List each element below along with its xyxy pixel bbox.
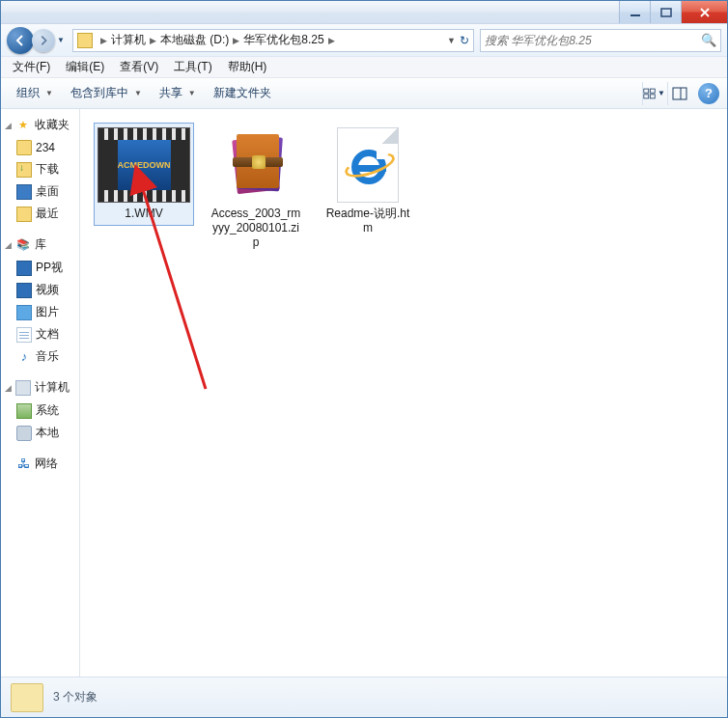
nav-item-ppvideo[interactable]: PP视 [1,257,79,279]
breadcrumb-item[interactable]: 本地磁盘 (D:) [160,32,229,48]
back-button[interactable] [7,27,34,54]
nav-item-desktop[interactable]: 桌面 [1,180,79,203]
zip-thumbnail [210,127,302,203]
music-icon: ♪ [16,349,32,365]
nav-button-group: ▼ [7,27,67,54]
nav-item-videos[interactable]: 视频 [1,279,79,301]
breadcrumb-item[interactable]: 华军优化包8.25 [243,32,323,48]
nav-item-pictures[interactable]: 图片 [1,301,79,323]
svg-rect-2 [644,89,649,93]
video-icon [16,283,32,298]
chevron-down-icon: ▼ [447,36,456,45]
nav-label: 库 [35,236,46,253]
nav-item-local-drive[interactable]: 本地 [1,422,79,444]
help-icon: ? [705,86,713,100]
nav-group-libraries: ◢ 📚 库 PP视 视频 图片 文档 ♪音乐 [1,229,79,372]
file-item-video[interactable]: ACMEDOWN 1.WMV [94,123,194,226]
nav-label: 桌面 [36,183,59,200]
nav-header-favorites[interactable]: ◢ ★ 收藏夹 [1,113,79,137]
breadcrumb-sep-icon: ▶ [328,36,335,45]
include-in-library-button[interactable]: 包含到库中 ▼ [63,81,150,105]
nav-group-network: ◢ 🖧 网络 [1,448,79,480]
menu-help[interactable]: 帮助(H) [222,57,273,77]
nav-label: 计算机 [35,379,70,396]
pictures-icon [16,305,32,320]
menu-tools[interactable]: 工具(T) [168,57,217,77]
view-options-button[interactable]: ▼ [642,82,665,105]
status-text: 3 个对象 [53,689,98,705]
archive-icon [225,130,287,200]
nav-label: 网络 [35,456,58,472]
nav-item-recent[interactable]: 最近 [1,203,79,225]
preview-pane-button[interactable] [667,82,690,105]
file-item-zip[interactable]: Access_2003_rmyyy_20080101.zip [206,123,306,255]
file-item-htm[interactable]: Readme-说明.htm [318,123,418,240]
menu-bar: 文件(F) 编辑(E) 查看(V) 工具(T) 帮助(H) [1,57,727,78]
nav-item-downloads[interactable]: 下载 [1,158,79,180]
nav-label: PP视 [36,260,63,276]
ie-document-icon [337,127,399,203]
nav-label: 文档 [36,326,59,343]
forward-arrow-icon [38,35,49,46]
minimize-button[interactable] [619,1,650,23]
nav-label: 本地 [36,425,59,441]
svg-rect-4 [644,94,649,97]
nav-item-documents[interactable]: 文档 [1,323,79,345]
nav-header-network[interactable]: ◢ 🖧 网络 [1,452,79,476]
nav-label: 音乐 [36,348,59,365]
chevron-down-icon: ▼ [658,89,665,97]
nav-label: 图片 [36,304,59,320]
search-box[interactable]: 🔍 [480,29,721,52]
breadcrumb-bar[interactable]: ▶ 计算机 ▶ 本地磁盘 (D:) ▶ 华军优化包8.25 ▶ ▼ ↻ [72,29,474,52]
minimize-icon [630,8,641,17]
explorer-window: ▼ ▶ 计算机 ▶ 本地磁盘 (D:) ▶ 华军优化包8.25 ▶ ▼ ↻ 🔍 … [0,0,728,718]
svg-rect-0 [630,14,640,16]
forward-button[interactable] [32,29,55,52]
recent-icon [16,207,32,222]
computer-icon [15,380,31,396]
breadcrumb-item[interactable]: 计算机 [111,32,146,48]
new-folder-button[interactable]: 新建文件夹 [206,81,279,105]
menu-file[interactable]: 文件(F) [7,57,56,77]
back-arrow-icon [14,34,27,47]
folder-icon [11,683,43,712]
star-icon: ★ [15,118,31,133]
menu-edit[interactable]: 编辑(E) [60,57,110,77]
organize-button[interactable]: 组织 ▼ [9,81,61,105]
views-icon [643,87,656,100]
refresh-icon[interactable]: ↻ [460,34,469,47]
maximize-button[interactable] [650,1,681,23]
close-button[interactable] [681,1,727,23]
network-icon: 🖧 [15,456,31,472]
nav-header-computer[interactable]: ◢ 计算机 [1,375,79,400]
maximize-icon [660,8,672,17]
filmstrip-icon [98,190,189,202]
newfolder-label: 新建文件夹 [213,85,271,101]
nav-history-dropdown[interactable]: ▼ [55,27,67,54]
folder-icon [16,140,32,155]
htm-thumbnail [322,127,414,203]
search-input[interactable] [485,34,701,47]
video-icon [16,261,32,276]
share-label: 共享 [159,85,182,101]
nav-label: 下载 [36,161,59,178]
nav-group-computer: ◢ 计算机 系统 本地 [1,372,79,448]
svg-rect-6 [673,88,686,99]
nav-item-system-drive[interactable]: 系统 [1,400,79,422]
search-icon[interactable]: 🔍 [701,33,716,47]
organize-label: 组织 [16,85,40,101]
nav-item-music[interactable]: ♪音乐 [1,345,79,368]
command-bar: 组织 ▼ 包含到库中 ▼ 共享 ▼ 新建文件夹 ▼ ? [1,78,727,109]
nav-header-libraries[interactable]: ◢ 📚 库 [1,233,79,257]
window-buttons [619,1,727,23]
menu-view[interactable]: 查看(V) [114,57,164,77]
navigation-pane[interactable]: ◢ ★ 收藏夹 234 下载 桌面 最近 ◢ 📚 库 PP视 视频 图片 文档 [1,109,80,677]
file-list-pane[interactable]: ACMEDOWN 1.WMV Access_2003_rmyyy_2008010… [80,109,727,677]
chevron-down-icon: ▼ [134,89,142,97]
help-button[interactable]: ? [698,83,719,104]
nav-item-234[interactable]: 234 [1,137,79,158]
chevron-down-icon: ▼ [45,89,53,97]
breadcrumb-dropdown[interactable]: ▼ ↻ [447,34,469,47]
share-button[interactable]: 共享 ▼ [152,81,204,105]
filmstrip-icon [98,128,189,140]
